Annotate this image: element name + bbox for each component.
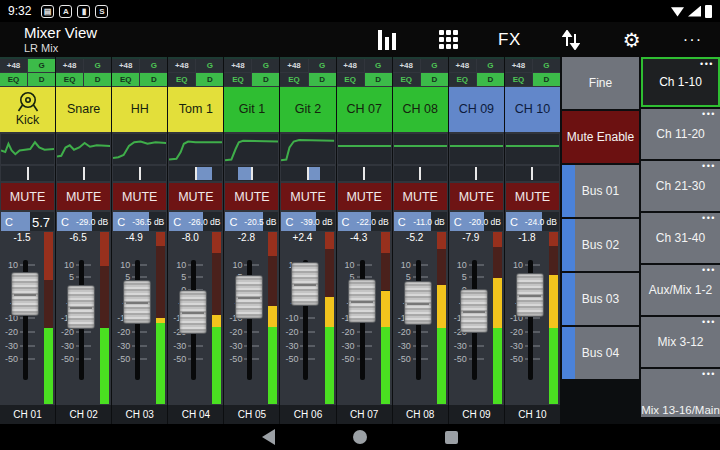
sidebar-button-bus-03[interactable]: Bus 03 bbox=[562, 273, 639, 325]
eq-button[interactable]: EQ bbox=[505, 73, 532, 86]
layer-button-ch-1-10[interactable]: •••Ch 1-10 bbox=[641, 57, 720, 107]
layer-options-dots[interactable]: ••• bbox=[702, 161, 716, 171]
gain-slider[interactable]: C -29.0 dB bbox=[57, 212, 110, 231]
layer-button-ch-21-30[interactable]: •••Ch 21-30 bbox=[641, 161, 720, 211]
mute-button[interactable]: MUTE bbox=[225, 183, 278, 210]
grid-view-icon[interactable] bbox=[431, 25, 465, 55]
dynamics-button[interactable]: D bbox=[477, 73, 504, 86]
mute-button[interactable]: MUTE bbox=[450, 183, 503, 210]
eq-curve-thumbnail[interactable] bbox=[506, 134, 559, 164]
layer-button-mix-3-12[interactable]: •••Mix 3-12 bbox=[641, 317, 720, 367]
mute-button[interactable]: MUTE bbox=[57, 183, 110, 210]
pan-slider[interactable] bbox=[394, 166, 447, 181]
channel-name[interactable]: HH bbox=[112, 87, 167, 132]
layer-button-mix-13-16-main[interactable]: •••Mix 13-16/Main bbox=[641, 369, 720, 417]
sidebar-button-mute-enable[interactable]: Mute Enable bbox=[562, 111, 639, 163]
eq-button[interactable]: EQ bbox=[393, 73, 420, 86]
eq-curve-thumbnail[interactable] bbox=[169, 134, 222, 164]
pan-slider[interactable] bbox=[1, 166, 54, 181]
mute-button[interactable]: MUTE bbox=[394, 183, 447, 210]
gate-button[interactable]: G bbox=[140, 59, 167, 72]
fader-handle[interactable] bbox=[123, 280, 151, 324]
mute-button[interactable]: MUTE bbox=[338, 183, 391, 210]
phantom-48v-button[interactable]: +48 bbox=[449, 59, 476, 72]
phantom-48v-button[interactable]: +48 bbox=[168, 59, 195, 72]
eq-button[interactable]: EQ bbox=[0, 73, 27, 86]
dynamics-button[interactable]: D bbox=[365, 73, 392, 86]
fader-handle[interactable] bbox=[291, 262, 319, 306]
gate-button[interactable]: G bbox=[533, 59, 560, 72]
gain-slider[interactable]: C -36.5 dB bbox=[113, 212, 166, 231]
eq-button[interactable]: EQ bbox=[224, 73, 251, 86]
gain-slider[interactable]: C -11.0 dB bbox=[394, 212, 447, 231]
dynamics-button[interactable]: D bbox=[196, 73, 223, 86]
eq-button[interactable]: EQ bbox=[280, 73, 307, 86]
gate-button[interactable]: G bbox=[196, 59, 223, 72]
gain-slider[interactable]: C -26.0 dB bbox=[169, 212, 222, 231]
eq-button[interactable]: EQ bbox=[168, 73, 195, 86]
pan-slider[interactable] bbox=[57, 166, 110, 181]
fader-handle[interactable] bbox=[179, 290, 207, 334]
recents-icon[interactable] bbox=[445, 431, 458, 444]
gain-slider[interactable]: C -22.0 dB bbox=[338, 212, 391, 231]
sort-updown-icon[interactable] bbox=[554, 25, 588, 55]
channel-name[interactable]: Git 2 bbox=[280, 87, 335, 132]
eq-button[interactable]: EQ bbox=[337, 73, 364, 86]
channel-name[interactable]: Snare bbox=[56, 87, 111, 132]
layer-button-aux-mix-1-2[interactable]: •••Aux/Mix 1-2 bbox=[641, 265, 720, 315]
layer-options-dots[interactable]: ••• bbox=[702, 265, 716, 275]
eq-curve-thumbnail[interactable] bbox=[225, 134, 278, 164]
sidebar-button-bus-01[interactable]: Bus 01 bbox=[562, 165, 639, 217]
phantom-48v-button[interactable]: +48 bbox=[0, 59, 27, 72]
layer-button-ch-11-20[interactable]: •••Ch 11-20 bbox=[641, 109, 720, 159]
fader-handle[interactable] bbox=[460, 289, 488, 333]
gate-button[interactable]: G bbox=[309, 59, 336, 72]
settings-gear-icon[interactable]: ⚙ bbox=[615, 25, 649, 55]
dynamics-button[interactable]: D bbox=[533, 73, 560, 86]
gate-button[interactable]: G bbox=[477, 59, 504, 72]
fader-handle[interactable] bbox=[348, 279, 376, 323]
mute-button[interactable]: MUTE bbox=[169, 183, 222, 210]
gate-button[interactable]: G bbox=[252, 59, 279, 72]
gate-button[interactable]: G bbox=[84, 59, 111, 72]
fader-handle[interactable] bbox=[67, 285, 95, 329]
eq-button[interactable]: EQ bbox=[112, 73, 139, 86]
dynamics-button[interactable]: D bbox=[252, 73, 279, 86]
eq-curve-thumbnail[interactable] bbox=[113, 134, 166, 164]
gate-button[interactable]: G bbox=[28, 59, 55, 72]
phantom-48v-button[interactable]: +48 bbox=[393, 59, 420, 72]
sidebar-button-bus-04[interactable]: Bus 04 bbox=[562, 327, 639, 379]
gain-slider[interactable]: C 5.7 bbox=[1, 212, 54, 231]
gain-slider[interactable]: C -20.5 dB bbox=[225, 212, 278, 231]
mute-button[interactable]: MUTE bbox=[506, 183, 559, 210]
pan-slider[interactable] bbox=[281, 166, 334, 181]
gain-slider[interactable]: C -39.0 dB bbox=[281, 212, 334, 231]
layer-options-dots[interactable]: ••• bbox=[702, 109, 716, 119]
eq-curve-thumbnail[interactable] bbox=[338, 134, 391, 164]
gate-button[interactable]: G bbox=[421, 59, 448, 72]
meters-icon[interactable] bbox=[370, 25, 404, 55]
layer-button-ch-31-40[interactable]: •••Ch 31-40 bbox=[641, 213, 720, 263]
dynamics-button[interactable]: D bbox=[309, 73, 336, 86]
layer-options-dots[interactable]: ••• bbox=[702, 317, 716, 327]
pan-slider[interactable] bbox=[338, 166, 391, 181]
phantom-48v-button[interactable]: +48 bbox=[56, 59, 83, 72]
back-icon[interactable] bbox=[262, 429, 275, 445]
pan-slider[interactable] bbox=[113, 166, 166, 181]
sidebar-button-bus-02[interactable]: Bus 02 bbox=[562, 219, 639, 271]
mute-button[interactable]: MUTE bbox=[1, 183, 54, 210]
eq-curve-thumbnail[interactable] bbox=[1, 134, 54, 164]
phantom-48v-button[interactable]: +48 bbox=[505, 59, 532, 72]
pan-slider[interactable] bbox=[225, 166, 278, 181]
pan-slider[interactable] bbox=[169, 166, 222, 181]
dynamics-button[interactable]: D bbox=[140, 73, 167, 86]
phantom-48v-button[interactable]: +48 bbox=[224, 59, 251, 72]
channel-name[interactable]: Git 1 bbox=[224, 87, 279, 132]
gate-button[interactable]: G bbox=[365, 59, 392, 72]
layer-options-dots[interactable]: ••• bbox=[702, 369, 716, 379]
dynamics-button[interactable]: D bbox=[28, 73, 55, 86]
mute-button[interactable]: MUTE bbox=[113, 183, 166, 210]
eq-curve-thumbnail[interactable] bbox=[57, 134, 110, 164]
layer-options-dots[interactable]: ••• bbox=[702, 213, 716, 223]
channel-name[interactable]: CH 10 bbox=[505, 87, 560, 132]
